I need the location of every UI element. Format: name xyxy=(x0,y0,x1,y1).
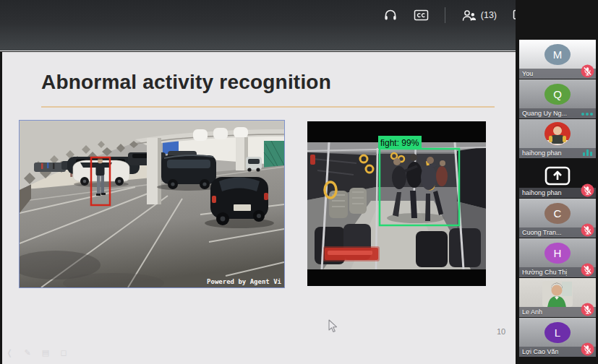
slideshow-toolbar: ❬ ✎ ▤ ◻ xyxy=(5,348,68,358)
fight-detection-label: fight: 99% xyxy=(380,138,419,148)
participant-tile-you[interactable]: M You xyxy=(519,40,596,79)
participant-tile[interactable]: haihong phan xyxy=(519,119,596,158)
participant-tile[interactable]: H Hường Chu Thị xyxy=(519,238,596,277)
participants-sidebar: M You Q Quang Uy Ng... xyxy=(516,0,598,364)
people-icon xyxy=(461,9,477,22)
pen-icon[interactable]: ✎ xyxy=(23,348,32,358)
mouse-cursor xyxy=(328,319,338,334)
avatar-photo xyxy=(542,280,573,308)
participant-tile-presenting[interactable]: haihong phan xyxy=(519,159,596,198)
slide-title: Abnormal activity recognition xyxy=(41,71,331,94)
speaking-indicator-icon xyxy=(581,113,593,116)
participant-name: haihong phan xyxy=(519,189,562,196)
mic-muted-icon xyxy=(581,223,594,237)
participant-name: Quang Uy Ng... xyxy=(519,110,567,117)
previous-slide-icon[interactable]: ❬ xyxy=(5,348,14,358)
captions-button[interactable] xyxy=(414,9,429,22)
meeting-window: (13) xyxy=(0,0,598,364)
avatar: L xyxy=(544,322,571,343)
participant-name: Cuong Tran... xyxy=(519,229,562,236)
avatar: Q xyxy=(544,84,571,105)
toolbar-more-icon[interactable]: ◻ xyxy=(59,348,68,358)
mic-muted-icon xyxy=(581,183,594,197)
agent-vi-watermark: Powered by Agent Vi xyxy=(207,278,282,285)
captions-icon xyxy=(414,9,429,22)
mic-muted-icon xyxy=(581,263,594,277)
participant-name: You xyxy=(519,70,533,77)
participant-name: Lợi Cao Văn xyxy=(519,348,558,355)
mic-muted-icon xyxy=(581,303,594,316)
participant-tile[interactable]: Le Anh xyxy=(519,278,596,317)
avatar-photo xyxy=(544,121,571,149)
parking-surveillance-image[interactable]: Powered by Agent Vi xyxy=(19,120,285,288)
shared-slide: Abnormal activity recognition xyxy=(2,52,516,364)
headphones-icon xyxy=(383,8,398,22)
topbar-divider xyxy=(445,7,445,23)
meeting-topbar: (13) xyxy=(0,0,598,51)
bus-surveillance-image[interactable]: fight: 99% xyxy=(307,121,486,286)
participants-button[interactable]: (13) xyxy=(461,9,497,22)
all-slides-icon[interactable]: ▤ xyxy=(41,348,50,358)
participant-count: (13) xyxy=(481,10,497,20)
avatar: C xyxy=(544,203,571,224)
avatar: H xyxy=(544,243,571,264)
slide-page-number: 10 xyxy=(497,327,505,336)
participant-name: Le Anh xyxy=(519,308,542,316)
participant-tile[interactable]: Q Quang Uy Ng... xyxy=(519,79,596,118)
mic-muted-icon xyxy=(581,64,594,78)
audio-settings-button[interactable] xyxy=(383,8,398,22)
screen-share-icon xyxy=(544,166,571,186)
mic-muted-icon xyxy=(581,342,594,356)
participant-tile[interactable]: L Lợi Cao Văn xyxy=(519,318,596,357)
participant-name: haihong phan xyxy=(519,150,562,157)
participant-tile[interactable]: C Cuong Tran... xyxy=(519,199,596,238)
avatar: M xyxy=(544,44,571,65)
participant-name: Hường Chu Thị xyxy=(519,269,567,276)
title-underline xyxy=(41,106,495,108)
audio-level-icon xyxy=(583,150,592,156)
